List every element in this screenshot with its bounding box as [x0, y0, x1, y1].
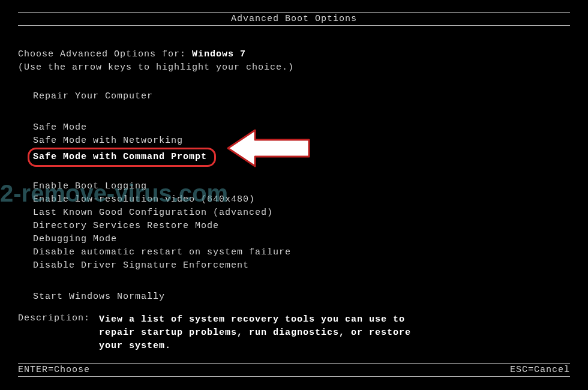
os-name: Windows 7 — [192, 49, 246, 59]
menu-enable-boot-logging[interactable]: Enable Boot Logging — [33, 180, 291, 193]
choose-advanced-line: Choose Advanced Options for: Windows 7 — [18, 49, 246, 59]
description-section: Description: View a list of system recov… — [18, 313, 435, 353]
boot-options-menu: Repair Your Computer Safe Mode Safe Mode… — [33, 90, 291, 304]
choose-prefix-text: Choose Advanced Options for: — [18, 49, 192, 59]
esc-hint: ESC=Cancel — [510, 365, 570, 375]
menu-disable-driver-signature[interactable]: Disable Driver Signature Enforcement — [33, 259, 291, 272]
menu-disable-auto-restart[interactable]: Disable automatic restart on system fail… — [33, 246, 291, 259]
menu-safe-mode[interactable]: Safe Mode — [33, 121, 291, 134]
menu-repair-computer[interactable]: Repair Your Computer — [33, 90, 291, 103]
enter-hint: ENTER=Choose — [18, 365, 90, 375]
menu-safe-mode-networking[interactable]: Safe Mode with Networking — [33, 134, 291, 148]
menu-last-known-good[interactable]: Last Known Good Configuration (advanced) — [33, 206, 291, 220]
menu-debugging-mode[interactable]: Debugging Mode — [33, 233, 291, 246]
description-text: View a list of system recovery tools you… — [99, 313, 435, 353]
menu-directory-services-restore[interactable]: Directory Services Restore Mode — [33, 220, 291, 233]
arrow-keys-hint: (Use the arrow keys to highlight your ch… — [18, 62, 294, 73]
page-title: Advanced Boot Options — [18, 12, 570, 26]
menu-low-resolution-video[interactable]: Enable low-resolution video (640x480) — [33, 193, 291, 206]
highlighted-option: Safe Mode with Command Prompt — [28, 148, 216, 167]
menu-safe-mode-command-prompt[interactable]: Safe Mode with Command Prompt — [33, 148, 291, 167]
description-label: Description: — [18, 313, 99, 353]
footer-hints: ENTER=Choose ESC=Cancel — [18, 363, 570, 377]
menu-start-windows-normally[interactable]: Start Windows Normally — [33, 290, 291, 304]
